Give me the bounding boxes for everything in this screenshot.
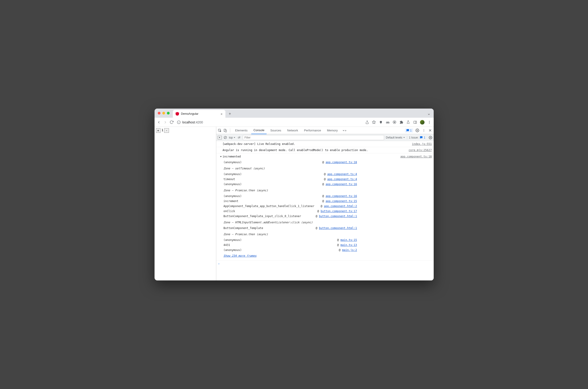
more-vert-icon[interactable] [422, 129, 426, 132]
svg-point-16 [429, 123, 429, 124]
browser-tab[interactable]: DemoAngular × [173, 110, 226, 118]
frame-source-link[interactable]: button.component.ts:17 [321, 210, 357, 213]
stack-frame: onClick@ button.component.ts:17 [224, 209, 359, 214]
trace-source-link[interactable]: app.component.ts:18 [400, 154, 432, 159]
frame-source-link[interactable]: app.component.html:2 [324, 205, 357, 208]
frame-source-link[interactable]: main.ts:13 [340, 243, 357, 247]
tab-close-icon[interactable]: × [221, 112, 223, 116]
frame-source-link[interactable]: app.component.ts:4 [327, 178, 357, 181]
svg-point-20 [417, 130, 418, 131]
show-more-frames[interactable]: Show 234 more frames [224, 253, 432, 258]
svg-rect-6 [380, 123, 381, 123]
frame-source: @ app.component.ts:15 [316, 199, 359, 204]
close-window-button[interactable] [158, 112, 161, 115]
extension-eye-icon[interactable] [392, 120, 397, 124]
svg-rect-19 [225, 130, 227, 132]
svg-point-10 [394, 122, 395, 123]
stack-frame: Zone — HTMLInputElement.addEventListener… [224, 219, 359, 226]
stack-frame: ButtonComponent_Template@ button.compone… [224, 226, 359, 231]
frame-source-link[interactable]: main.js:2 [342, 248, 357, 252]
bookmark-star-icon[interactable] [372, 120, 376, 124]
stack-frame: timeout@ app.component.ts:4 [224, 177, 359, 182]
inspect-icon[interactable] [218, 129, 222, 132]
extensions-icon[interactable] [399, 120, 403, 124]
issues-button[interactable]: 1 Issue: 1 [407, 136, 425, 139]
tab-console[interactable]: Console [251, 127, 267, 134]
browser-window: DemoAngular × + localhost:4200 [155, 109, 434, 280]
site-info-icon[interactable] [177, 121, 181, 124]
svg-point-21 [424, 129, 424, 130]
svg-point-15 [429, 122, 429, 123]
clear-console-icon[interactable] [224, 136, 227, 139]
tab-elements[interactable]: Elements [233, 127, 250, 134]
stack-frame: AppComponent_Template_app_button_handleC… [224, 204, 359, 209]
new-tab-button[interactable]: + [227, 111, 233, 117]
tab-title: DemoAngular [181, 112, 198, 115]
tab-network[interactable]: Network [285, 127, 300, 134]
console-prompt[interactable]: › [216, 260, 434, 267]
extension-skull-icon[interactable] [379, 120, 383, 124]
svg-point-8 [388, 122, 389, 123]
execute-icon[interactable] [218, 136, 222, 139]
reload-button[interactable] [170, 120, 174, 124]
frame-source: @ button.component.html:1 [316, 226, 359, 231]
live-expression-icon[interactable] [237, 136, 241, 139]
url-field[interactable]: localhost:4200 [176, 121, 363, 124]
frame-source: @ app.component.ts:18 [316, 160, 359, 165]
frame-source: @ main.ts:15 [316, 237, 359, 242]
zone-divider: Zone — HTMLInputElement.addEventListener… [224, 219, 359, 226]
console-toolbar: top Default levels 1 Issue: 1 [216, 134, 434, 141]
close-devtools-icon[interactable] [428, 129, 432, 132]
more-tabs-icon[interactable]: » [342, 129, 346, 132]
side-panel-icon[interactable] [413, 120, 417, 124]
forward-button[interactable] [163, 120, 167, 124]
share-icon[interactable] [365, 120, 369, 124]
tab-performance[interactable]: Performance [302, 127, 323, 134]
frame-function: (anonymous) [224, 172, 316, 177]
device-toggle-icon[interactable] [223, 129, 227, 132]
svg-marker-32 [403, 137, 405, 138]
frame-source-link[interactable]: app.component.ts:16 [326, 183, 357, 186]
stack-trace: (anonymous)@ app.component.ts:18Zone — s… [224, 160, 359, 253]
frame-source-link[interactable]: button.component.html:1 [319, 227, 357, 230]
window-controls [158, 112, 170, 115]
stack-frame: (anonymous)@ app.component.ts:4 [224, 172, 359, 177]
context-selector[interactable]: top [229, 136, 236, 139]
frame-source-link[interactable]: app.component.ts:15 [326, 199, 357, 203]
frame-source-link[interactable]: button.component.html:1 [319, 215, 357, 218]
log-levels-selector[interactable]: Default levels [386, 136, 405, 139]
maximize-window-button[interactable] [167, 112, 170, 115]
tab-sources[interactable]: Sources [268, 127, 284, 134]
message-source-link[interactable]: index.js:551 [412, 142, 432, 146]
frame-function: ButtonComponent_Template [224, 226, 316, 231]
tab-memory[interactable]: Memory [325, 127, 340, 134]
svg-rect-12 [414, 121, 417, 123]
frame-source-link[interactable]: main.ts:15 [340, 238, 357, 242]
chevron-down-icon[interactable] [427, 113, 430, 116]
incognito-icon[interactable] [386, 120, 390, 124]
messages-badge[interactable]: 1 [405, 129, 413, 132]
frame-function: (anonymous) [224, 194, 316, 199]
console-settings-icon[interactable] [429, 136, 432, 139]
settings-gear-icon[interactable] [415, 129, 420, 132]
filter-input[interactable] [243, 135, 384, 140]
minimize-window-button[interactable] [162, 112, 165, 115]
back-button[interactable] [157, 120, 161, 124]
frame-source: @ app.component.html:2 [316, 204, 359, 209]
svg-point-22 [424, 130, 424, 130]
stack-frame: (anonymous)@ app.component.ts:16 [224, 194, 359, 199]
profile-avatar[interactable] [420, 120, 425, 125]
more-menu-icon[interactable] [427, 120, 431, 124]
trace-header[interactable]: incremented app.component.ts:18 [220, 154, 432, 159]
decrement-button[interactable]: - [164, 128, 169, 133]
stack-frame: ButtonComponent_Template_input_click_0_l… [224, 214, 359, 219]
message-source-link[interactable]: core.mjs:25627 [409, 148, 432, 152]
labs-flask-icon[interactable] [406, 120, 410, 124]
svg-point-7 [386, 122, 388, 123]
increment-button[interactable]: + [156, 128, 161, 133]
frame-source-link[interactable]: app.component.ts:16 [326, 194, 357, 198]
zone-divider: Zone — setTimeout (async) [224, 165, 359, 172]
frame-source-link[interactable]: app.component.ts:18 [326, 161, 357, 164]
frame-source-link[interactable]: app.component.ts:4 [327, 173, 357, 176]
stack-frame: increment@ app.component.ts:15 [224, 199, 359, 204]
